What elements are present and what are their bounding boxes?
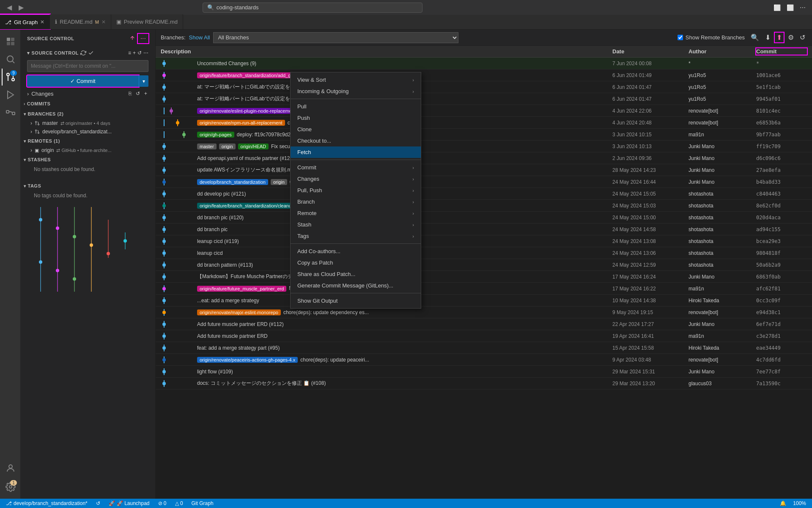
changes-discard-button[interactable]: ↺ [134,90,141,97]
menu-item-tags[interactable]: Tags › [291,230,421,242]
layout-button[interactable]: ⬜ [785,3,796,12]
table-row-6863f0ab[interactable]: 【Markdown】Future Musche Partnerのテンプレート作成… [156,271,812,283]
sidebar-toggle-button[interactable]: ⬜ [771,3,783,12]
scm-stage-all-button[interactable]: + [133,50,136,56]
scm-section-title[interactable]: ▾ SOURCE CONTROL ≡ + ↺ ⋯ [24,47,152,58]
table-row-27ae8efa[interactable]: update AWSインフラリソース命名規則.md 28 May 2024 14… [156,164,812,176]
menu-item-share-cloud[interactable]: Share as Cloud Patch... [291,268,421,280]
branches-section-title[interactable]: ▾ BRANCHES (2) [20,109,155,119]
menu-item-show-git-output[interactable]: Show Git Output [291,295,421,306]
statusbar-errors[interactable]: ⊘ 0 [156,499,168,508]
table-row-uncommitted[interactable]: Uncommitted Changes (9) 7 Jun 2024 00:08… [156,58,812,69]
activity-search[interactable] [2,51,19,68]
changes-open-button[interactable]: ⎘ [127,90,133,97]
table-row-8101c4ec[interactable]: origin/renovate/eslint-plugin-node-repla… [156,105,812,117]
branch-selector-dropdown[interactable]: All Branches [213,32,458,43]
table-row-9bf77aab[interactable]: origin/gh-pages deploy: ff19c70978c9d2c9… [156,129,812,141]
sidebar-settings-icon-button[interactable] [129,34,136,43]
tab-git-graph[interactable]: ⎇ Git Graph ✕ [0,14,50,29]
show-remote-checkbox[interactable] [678,35,683,40]
activity-accounts[interactable] [2,460,19,477]
activity-source-control[interactable]: 9 [2,69,19,86]
commit-dropdown-arrow[interactable]: ▾ [139,75,148,87]
statusbar-git-graph[interactable]: Git Graph [190,499,215,508]
menu-item-pull-push[interactable]: Pull, Push › [291,185,421,196]
table-row-ad94c155[interactable]: dd branch pic 24 May 2024 14:58 shotasho… [156,224,812,235]
remote-item-origin[interactable]: › ▣ origin ⇄ GitHub • future-archite... [20,146,155,155]
show-all-link[interactable]: Show All [189,34,210,41]
activity-explorer[interactable] [2,33,19,50]
changes-stage-button[interactable]: + [143,90,148,97]
menu-item-checkout[interactable]: Checkout to... [291,135,421,146]
menu-item-pull[interactable]: Pull [291,101,421,112]
menu-item-incoming-outgoing[interactable]: Incoming & Outgoing › [291,86,421,97]
table-row-c8404463[interactable]: dd develop pic (#121) 24 May 2024 15:05 … [156,188,812,200]
activity-settings[interactable]: 1 [2,478,19,495]
table-row-4c7dd6fd[interactable]: origin/renovate/peaceiris-actions-gh-pag… [156,354,812,366]
table-row-7ee77c8f[interactable]: light flow (#109) 29 Mar 2024 15:31 Junk… [156,366,812,378]
fetch-button[interactable]: ⬇ [763,33,772,42]
tags-section-title[interactable]: ▾ TAGS [20,181,155,191]
commit-button[interactable]: ✓ Commit [27,75,139,87]
table-row-50a6b2a9[interactable]: dd branch pattern (#113) 24 May 2024 12:… [156,259,812,271]
statusbar-sync[interactable]: ↺ [94,499,102,508]
menu-item-clone[interactable]: Clone [291,124,421,135]
stashes-section-title[interactable]: ▾ STASHES [20,155,155,165]
settings-button[interactable]: ⚙ [786,33,796,42]
statusbar-branch[interactable]: ⎇ develop/branch_standardization* [4,499,89,508]
table-row-6ef7e71d[interactable]: Add future muscle partner ERD (#112) 22 … [156,318,812,330]
branch-item-master[interactable]: › master ⇄ origin/master • 4 days [20,119,155,127]
menu-item-copy-patch[interactable]: Copy as Patch [291,257,421,268]
search-commits-button[interactable]: 🔍 [749,33,761,42]
statusbar-warnings[interactable]: △ 0 [173,499,185,508]
menu-item-remote[interactable]: Remote › [291,207,421,219]
table-row-e94d38c1[interactable]: origin/renovate/major-eslint-monorepo ch… [156,306,812,318]
menu-item-fetch[interactable]: Fetch [291,146,421,158]
menu-item-view-sort[interactable]: View & Sort › [291,74,421,86]
menu-item-generate-message[interactable]: Generate Commit Message (GitLens)... [291,280,421,291]
commits-section-title[interactable]: › COMMITS [20,99,155,109]
menu-item-add-coauthors[interactable]: Add Co-authors... [291,246,421,257]
sidebar-more-button[interactable]: ··· [138,34,148,43]
table-row-ff19c709[interactable]: master origin origin/HEAD Fix security a… [156,141,812,152]
readme-close-button[interactable]: ✕ [102,19,106,25]
table-row-1001ace6[interactable]: origin/feature/branch_standardization/ad… [156,69,812,81]
tab-readme-md[interactable]: ℹ README.md M ✕ [50,14,111,29]
menu-item-stash[interactable]: Stash › [291,219,421,230]
table-row-5e1f1cab[interactable]: at: マージ戦略パートにGitLabでの設定を補足する画像を追加 💡 (#11… [156,81,812,93]
statusbar-notifications[interactable]: 🔔 [778,500,788,506]
tab-preview-readme[interactable]: ▣ Preview README.md [111,14,183,29]
table-row-c3e278d1[interactable]: Add future muscle partner ERD 19 Apr 202… [156,330,812,342]
commit-message-input[interactable] [27,60,148,72]
branch-item-develop[interactable]: › develop/branch_standardizat... [20,127,155,136]
context-menu[interactable]: View & Sort › Incoming & Outgoing › Pull… [290,72,421,309]
show-remote-branches-toggle[interactable]: Show Remote Branches [678,34,745,41]
scm-discard-all-button[interactable]: ↺ [137,50,142,56]
menu-item-changes[interactable]: Changes › [291,173,421,185]
scm-more-actions-button[interactable]: ⋯ [143,50,148,56]
menu-item-push[interactable]: Push [291,112,421,124]
table-row-7a13590c[interactable]: docs: コミットメッセージのセクションを修正 📋 (#108) 29 Mar… [156,378,812,389]
more-button[interactable]: ⋯ [798,3,808,12]
table-row-b4ba8d33[interactable]: develop/branch_standardization origin gi… [156,176,812,188]
changes-row[interactable]: › Changes ⎘ ↺ + [24,88,152,99]
statusbar-launchpad[interactable]: 🚀 🚀 Launchpad [107,499,151,508]
forward-button[interactable]: ▶ [16,2,26,13]
remotes-section-title[interactable]: ▾ REMOTES (1) [20,136,155,146]
table-row-d6c096c6[interactable]: Add openapi.yaml of muscle partner (#124… [156,152,812,164]
table-row-eae34449[interactable]: feat: add a merge strategy part (#95) 15… [156,342,812,354]
menu-item-commit[interactable]: Commit › [291,162,421,173]
activity-extensions[interactable] [2,104,19,121]
table-row-0cc3c09f[interactable]: ...eat: add a merge strategy 10 May 2024… [156,295,812,306]
git-graph-close-button[interactable]: ✕ [40,19,44,25]
table-row-9804818f[interactable]: leanup cicd 24 May 2024 13:06 shotashota… [156,247,812,259]
scm-list-view-button[interactable]: ≡ [128,50,131,56]
back-button[interactable]: ◀ [4,2,14,13]
table-row-8e62cf0d[interactable]: origin/feature/branch_standardization/cl… [156,200,812,212]
refresh-button[interactable]: ↺ [798,33,807,42]
table-row-afc62f81[interactable]: origin/feature/future_muscle_partner_erd… [156,283,812,295]
table-row-e6853b6a[interactable]: origin/renovate/npm-run-all-replacement … [156,117,812,129]
search-input[interactable] [217,4,418,11]
table-row-020d4aca[interactable]: dd branch pic (#120) 24 May 2024 15:00 s… [156,212,812,224]
statusbar-zoom[interactable]: 100% [791,500,808,506]
